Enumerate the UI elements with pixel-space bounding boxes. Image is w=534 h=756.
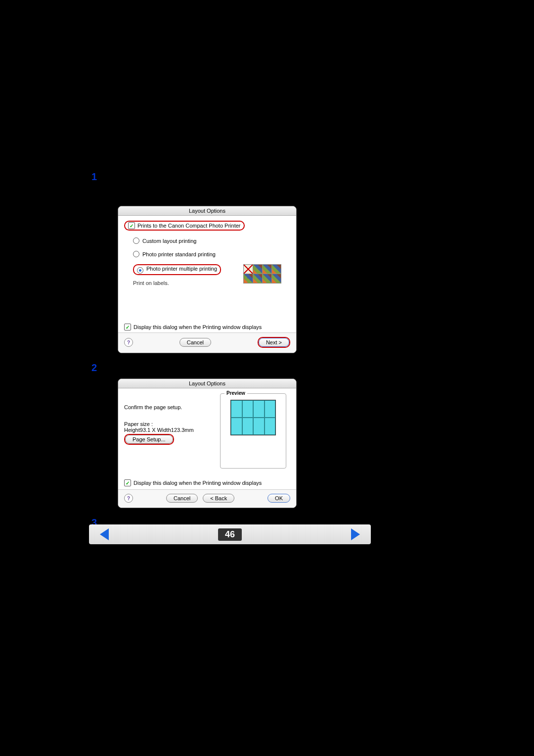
check-icon: ✓: [124, 479, 131, 486]
step-number: 2: [89, 362, 97, 374]
cancel-button[interactable]: Cancel: [166, 494, 198, 503]
check-icon: ✓: [124, 324, 131, 331]
page-setup-button[interactable]: Page Setup...: [125, 435, 173, 444]
preview-label: Preview: [224, 390, 247, 396]
step-1: 1 In the Layout Options window, select “…: [89, 171, 371, 201]
document-page: Printing Duplicate Images on an 8-Label …: [89, 119, 371, 528]
intro-paragraph: ImageBrowser allows you to print duplica…: [89, 141, 371, 161]
display-dialog-checkbox[interactable]: ✓ Display this dialog when the Printing …: [124, 324, 290, 331]
thumbnail-preview-grid: [243, 264, 281, 284]
step-2: 2 Click the [Page Setup] button.: [89, 362, 371, 374]
dialog-title: Layout Options: [118, 206, 296, 216]
help-button[interactable]: ?: [124, 494, 133, 503]
radio-icon: [137, 267, 143, 274]
page-number: 46: [218, 528, 242, 541]
help-button[interactable]: ?: [124, 338, 133, 347]
next-page-button[interactable]: [351, 528, 360, 540]
step-text: Click the [Page Setup] button.: [104, 362, 209, 372]
layout-options-dialog-2: Layout Options Preview Confirm the page …: [118, 378, 297, 508]
layout-options-dialog-1: Layout Options ✓ Prints to the Canon Com…: [118, 206, 297, 353]
preview-panel: Preview: [220, 393, 286, 469]
display-dialog-checkbox[interactable]: ✓ Display this dialog when the Printing …: [124, 479, 290, 486]
option-standard-printing[interactable]: Photo printer standard printing: [133, 251, 290, 257]
preview-sheet: [230, 400, 276, 435]
cancel-button[interactable]: Cancel: [179, 338, 211, 347]
back-button[interactable]: < Back: [203, 494, 234, 503]
page-nav-footer: 46: [89, 524, 371, 544]
dialog-title: Layout Options: [118, 379, 296, 388]
ok-button[interactable]: OK: [267, 494, 290, 503]
checkbox-label-text: Prints to the Canon Compact Photo Printe…: [137, 223, 241, 229]
next-button[interactable]: Next >: [259, 338, 289, 347]
step-number: 1: [89, 171, 97, 183]
radio-icon: [133, 237, 139, 244]
section-heading: Printing Duplicate Images on an 8-Label …: [89, 123, 371, 134]
prev-page-button[interactable]: [100, 528, 109, 540]
option-custom-layout[interactable]: Custom layout printing: [133, 237, 290, 244]
step-text: In the Layout Options window, select “Pr…: [104, 171, 371, 201]
prints-to-printer-checkbox[interactable]: ✓ Prints to the Canon Compact Photo Prin…: [124, 221, 290, 231]
radio-icon: [133, 251, 139, 257]
check-icon: ✓: [128, 222, 135, 229]
